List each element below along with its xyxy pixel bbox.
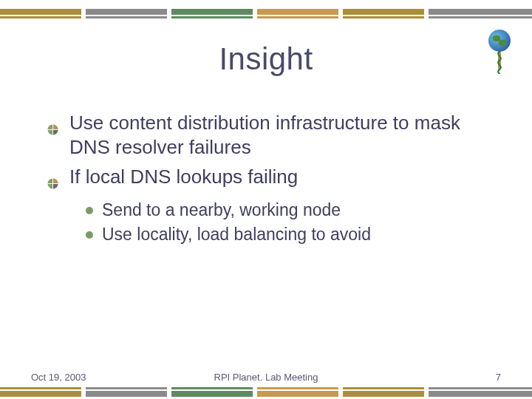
bullet-text: Use content distribution infrastructure … xyxy=(69,112,460,158)
bottom-color-band-thin xyxy=(0,387,532,389)
bullet-text: If local DNS lookups failing xyxy=(69,166,298,188)
top-color-band xyxy=(0,9,532,15)
disc-bullet-icon xyxy=(86,207,93,214)
bullet-sub: Use locality, load balancing to avoid xyxy=(86,224,491,246)
pie-bullet-icon xyxy=(47,117,58,128)
bullet-sub-text: Use locality, load balancing to avoid xyxy=(102,225,371,244)
bullet-main: If local DNS lookups failing xyxy=(47,165,491,189)
bottom-color-band xyxy=(0,391,532,397)
footer-page-number: 7 xyxy=(496,372,501,383)
top-color-band-thin xyxy=(0,16,532,18)
bullet-main: Use content distribution infrastructure … xyxy=(47,111,491,159)
slide-title: Insight xyxy=(0,41,532,77)
slide-body: Use content distribution infrastructure … xyxy=(47,111,491,249)
pie-bullet-icon xyxy=(47,171,58,182)
bullet-sub: Send to a nearby, working node xyxy=(86,200,491,222)
disc-bullet-icon xyxy=(86,231,93,239)
footer-venue: RPI Planet. Lab Meeting xyxy=(0,372,532,383)
bullet-sub-text: Send to a nearby, working node xyxy=(102,200,341,219)
